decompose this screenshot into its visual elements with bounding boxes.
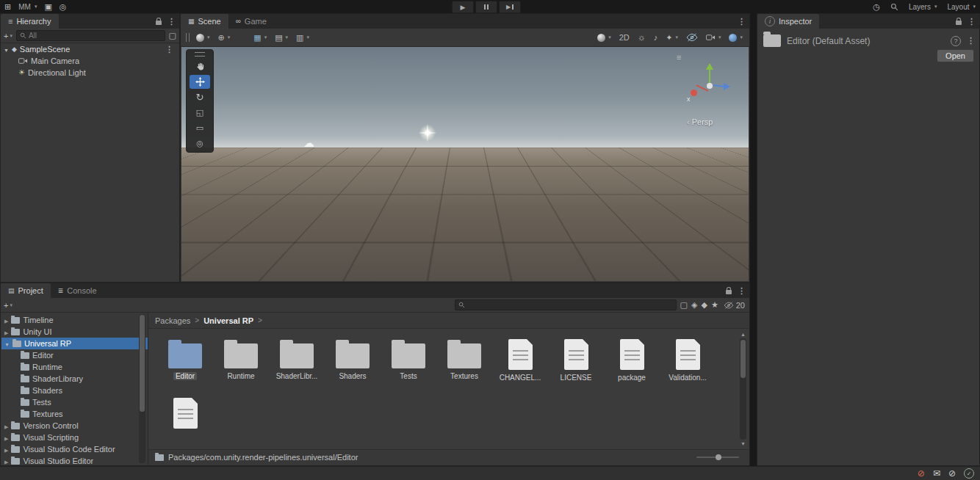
scene-visibility-toggle[interactable] bbox=[685, 31, 699, 44]
tree-item[interactable]: Visual Studio Code Editor bbox=[1, 443, 148, 455]
play-button[interactable]: ▶ bbox=[452, 1, 474, 13]
tree-item[interactable]: Shaders bbox=[1, 385, 148, 396]
package-icon[interactable]: ▣ bbox=[44, 1, 51, 12]
audio-toggle[interactable]: ♪ bbox=[652, 31, 660, 44]
open-button[interactable]: Open bbox=[937, 49, 974, 62]
filter-by-label-icon[interactable]: ◆ bbox=[701, 301, 707, 309]
increment-snap-dropdown[interactable]: ▥ bbox=[295, 31, 311, 44]
tree-item[interactable]: Textures bbox=[1, 408, 148, 420]
panel-menu-icon[interactable] bbox=[738, 286, 746, 296]
tab-console[interactable]: ≣ Console bbox=[51, 283, 104, 298]
asset-tile[interactable]: LICENSE bbox=[548, 338, 604, 396]
rect-tool[interactable]: ▭ bbox=[190, 121, 210, 135]
tab-hierarchy[interactable]: ≡ Hierarchy bbox=[1, 14, 59, 29]
search-filter-icon[interactable]: ▢ bbox=[169, 32, 176, 40]
lock-icon[interactable] bbox=[956, 21, 962, 25]
hierarchy-search[interactable] bbox=[16, 30, 165, 41]
projection-label[interactable]: ‹ Persp bbox=[687, 117, 713, 126]
undo-history-icon[interactable]: ◷ bbox=[873, 1, 880, 12]
transform-tool[interactable]: ◎ bbox=[190, 137, 210, 150]
expand-arrow-icon[interactable] bbox=[4, 421, 8, 430]
tree-item[interactable]: Runtime bbox=[1, 361, 148, 373]
asset-tile[interactable]: Tests bbox=[381, 338, 436, 396]
lock-icon[interactable] bbox=[726, 290, 732, 294]
expand-arrow-icon[interactable] bbox=[4, 457, 8, 465]
grid-visibility-dropdown[interactable]: ▦ bbox=[252, 31, 268, 44]
tree-item-directional-light[interactable]: ☀ Directional Light bbox=[1, 67, 179, 79]
panel-menu-icon[interactable] bbox=[968, 17, 976, 26]
expand-arrow-icon[interactable] bbox=[4, 45, 9, 54]
orientation-gizmo[interactable]: x bbox=[687, 63, 734, 110]
x-axis-ball[interactable] bbox=[691, 90, 697, 96]
camera-settings-dropdown[interactable] bbox=[705, 31, 723, 44]
filter-by-type-icon[interactable]: ◈ bbox=[691, 301, 697, 309]
project-search-input[interactable] bbox=[467, 301, 673, 309]
app-grid-icon[interactable]: ⊞ bbox=[4, 1, 11, 12]
cloud-offline-icon[interactable]: ⊘ bbox=[948, 469, 956, 478]
tree-item[interactable]: Unity UI bbox=[1, 326, 148, 338]
layers-dropdown[interactable]: Layers bbox=[909, 1, 937, 12]
effects-dropdown[interactable]: ✦ bbox=[664, 31, 680, 44]
expand-arrow-icon[interactable] bbox=[4, 445, 8, 454]
asset-tile[interactable]: CHANGEL... bbox=[492, 338, 548, 396]
account-dropdown[interactable]: MM bbox=[18, 1, 37, 12]
scroll-down-icon[interactable]: ▼ bbox=[741, 441, 746, 446]
pause-button[interactable] bbox=[475, 1, 497, 13]
gizmo-center[interactable] bbox=[707, 83, 713, 89]
favorites-star-icon[interactable]: ★ bbox=[711, 301, 718, 309]
search-window-icon[interactable]: ▢ bbox=[680, 301, 688, 309]
grid-scrollbar[interactable] bbox=[740, 338, 746, 440]
tab-scene[interactable]: ▦ Scene bbox=[181, 14, 228, 29]
project-search[interactable] bbox=[455, 299, 677, 310]
asset-tile[interactable]: ShaderLibr... bbox=[269, 338, 325, 396]
view-hand-tool[interactable] bbox=[190, 59, 210, 73]
z-axis-cone[interactable] bbox=[724, 83, 730, 90]
scrollbar-thumb[interactable] bbox=[140, 315, 145, 412]
y-axis-cone[interactable] bbox=[706, 63, 713, 70]
tab-game[interactable]: ∞ Game bbox=[228, 14, 274, 29]
notifications-icon[interactable]: ✉ bbox=[933, 469, 940, 478]
breadcrumb-root[interactable]: Packages bbox=[155, 316, 190, 325]
slider-knob[interactable] bbox=[716, 454, 721, 460]
tree-item-main-camera[interactable]: Main Camera bbox=[1, 55, 179, 67]
gizmos-dropdown[interactable] bbox=[727, 31, 744, 44]
tree-item[interactable]: Visual Studio Editor bbox=[1, 455, 148, 465]
scroll-up-icon[interactable]: ▲ bbox=[741, 332, 746, 337]
collab-error-icon[interactable]: ⊘ bbox=[918, 469, 925, 478]
create-dropdown[interactable]: + bbox=[4, 32, 12, 40]
toolbar-drag-handle[interactable] bbox=[186, 33, 190, 42]
thumbnail-size-slider[interactable] bbox=[696, 457, 739, 458]
tree-item[interactable]: Version Control bbox=[1, 420, 148, 432]
tab-inspector[interactable]: i Inspector bbox=[757, 14, 819, 29]
hierarchy-search-input[interactable] bbox=[29, 32, 162, 40]
context-menu-icon[interactable] bbox=[967, 36, 975, 46]
asset-tile[interactable]: Validation... bbox=[660, 338, 716, 396]
tree-item-samplescene[interactable]: ◆ SampleScene bbox=[1, 43, 179, 55]
snap-settings-dropdown[interactable]: ▤ bbox=[273, 31, 289, 44]
tree-item[interactable]: Editor bbox=[1, 349, 148, 361]
help-icon[interactable]: ? bbox=[951, 36, 961, 46]
panel-menu-icon[interactable] bbox=[738, 17, 746, 26]
hidden-count-toggle[interactable]: 20 bbox=[722, 299, 746, 312]
tool-settings-dropdown[interactable] bbox=[195, 31, 212, 44]
rotate-tool[interactable]: ↻ bbox=[190, 90, 210, 104]
step-button[interactable]: ▶ bbox=[499, 1, 521, 13]
lighting-toggle[interactable]: ☼ bbox=[636, 31, 647, 44]
breadcrumb-current[interactable]: Universal RP bbox=[203, 316, 253, 325]
tab-project[interactable]: ▤ Project bbox=[1, 283, 51, 298]
scrollbar-thumb[interactable] bbox=[741, 340, 746, 378]
scene-options-icon[interactable] bbox=[165, 45, 173, 54]
panel-menu-icon[interactable] bbox=[167, 17, 176, 26]
draw-mode-dropdown[interactable] bbox=[596, 31, 613, 44]
search-icon[interactable] bbox=[890, 1, 898, 12]
asset-tile-selected[interactable]: Editor bbox=[157, 338, 213, 396]
layout-dropdown[interactable]: Layout bbox=[947, 1, 976, 12]
asset-tile[interactable] bbox=[157, 396, 213, 449]
create-dropdown[interactable]: + bbox=[4, 301, 12, 310]
scene-viewport[interactable]: ☁ ↻ ◱ ▭ ◎ ≡ bbox=[181, 47, 749, 281]
expand-arrow-icon[interactable] bbox=[4, 433, 8, 442]
expand-arrow-icon[interactable] bbox=[4, 327, 8, 336]
overlay-handle-icon[interactable]: ≡ bbox=[677, 53, 681, 62]
scale-tool[interactable]: ◱ bbox=[190, 106, 210, 120]
asset-tile[interactable]: Shaders bbox=[325, 338, 381, 396]
